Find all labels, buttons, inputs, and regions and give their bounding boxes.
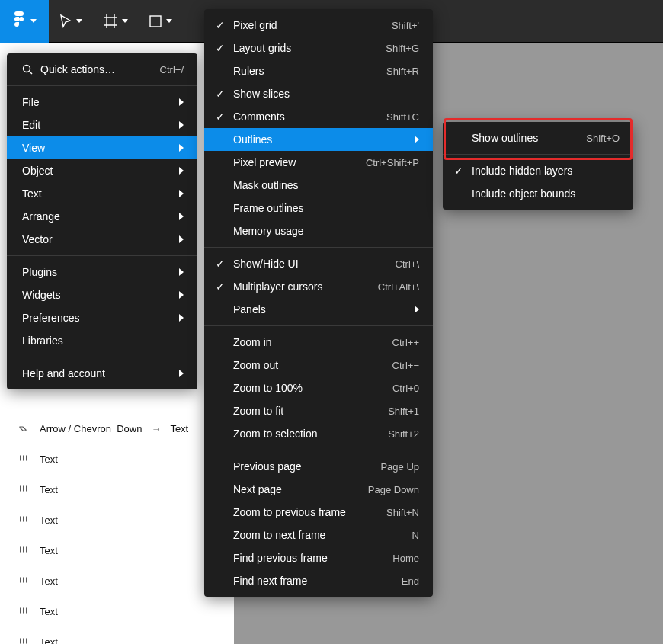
menu-item-shortcut: Shift+1 [388, 405, 419, 417]
move-icon [59, 14, 72, 28]
menu-item-object[interactable]: Object [7, 159, 197, 182]
menu-item-libraries[interactable]: Libraries [7, 329, 197, 352]
menu-item-panels[interactable]: Panels [204, 298, 433, 321]
menu-separator [7, 255, 197, 256]
menu-separator [443, 154, 633, 155]
menu-item-help-and-account[interactable]: Help and account [7, 362, 197, 385]
menu-item-label: File [22, 96, 175, 108]
menu-item-label: Text [22, 187, 175, 200]
menu-item-label: Next page [233, 483, 368, 495]
menu-item-label: Find previous frame [233, 552, 392, 564]
menu-item-zoom-to-next-frame[interactable]: Zoom to next frameN [204, 524, 433, 546]
menu-item-show-slices[interactable]: ✓Show slices [204, 82, 433, 105]
figma-menu-button[interactable] [0, 0, 49, 43]
menu-item-zoom-to-fit[interactable]: Zoom to fitShift+1 [204, 399, 433, 422]
move-tool[interactable] [49, 0, 93, 43]
frame-icon [104, 14, 117, 28]
rectangle-icon [149, 15, 162, 27]
menu-item-show-outlines[interactable]: Show outlinesShift+O [443, 127, 633, 149]
menu-item-text[interactable]: Text [7, 182, 197, 205]
layer-row-component[interactable]: Arrow / Chevron_Down → Text [0, 413, 234, 444]
submenu-arrow-icon [415, 306, 419, 313]
menu-item-find-previous-frame[interactable]: Find previous frameHome [204, 546, 433, 569]
submenu-arrow-icon [179, 370, 184, 377]
menu-item-shortcut: Ctrl+Shift+P [366, 157, 419, 168]
menu-item-label: Zoom out [233, 359, 392, 371]
figma-logo-icon [12, 11, 26, 31]
menu-item-rulers[interactable]: RulersShift+R [204, 59, 433, 82]
menu-item-pixel-grid[interactable]: ✓Pixel gridShift+' [204, 14, 433, 37]
arrow-separator-icon: → [151, 423, 161, 434]
menu-item-zoom-out[interactable]: Zoom outCtrl+− [204, 354, 433, 376]
menu-item-label: Pixel grid [233, 19, 392, 31]
view-submenu: ✓Pixel gridShift+'✓Layout gridsShift+GRu… [204, 9, 433, 597]
text-layer-icon [18, 605, 30, 617]
layer-row[interactable]: Text [0, 535, 234, 566]
layer-row[interactable]: Text [0, 474, 234, 505]
menu-item-multiplayer-cursors[interactable]: ✓Multiplayer cursorsCtrl+Alt+\ [204, 275, 433, 298]
menu-item-pixel-preview[interactable]: Pixel previewCtrl+Shift+P [204, 151, 433, 174]
menu-item-zoom-to-100[interactable]: Zoom to 100%Ctrl+0 [204, 376, 433, 399]
menu-item-label: Show slices [233, 88, 419, 100]
menu-item-mask-outlines[interactable]: Mask outlines [204, 174, 433, 197]
text-layer-icon [18, 483, 30, 495]
layer-row[interactable]: Text [0, 444, 234, 474]
menu-item-label: Help and account [22, 367, 175, 380]
menu-item-arrange[interactable]: Arrange [7, 205, 197, 228]
menu-item-vector[interactable]: Vector [7, 228, 197, 251]
menu-item-outlines[interactable]: Outlines [204, 128, 433, 151]
menu-item-zoom-to-previous-frame[interactable]: Zoom to previous frameShift+N [204, 501, 433, 524]
layer-row[interactable]: Text [0, 566, 234, 596]
menu-item-zoom-in[interactable]: Zoom inCtrl++ [204, 331, 433, 354]
menu-item-label: Layout grids [233, 42, 386, 54]
menu-item-edit[interactable]: Edit [7, 114, 197, 136]
menu-item-layout-grids[interactable]: ✓Layout gridsShift+G [204, 37, 433, 59]
menu-item-label: Previous page [233, 460, 380, 473]
menu-item-label: Memory usage [233, 225, 419, 237]
menu-item-comments[interactable]: ✓CommentsShift+C [204, 105, 433, 128]
menu-item-previous-page[interactable]: Previous pagePage Up [204, 455, 433, 478]
chevron-down-icon [76, 19, 82, 24]
menu-item-label: Mask outlines [233, 179, 419, 191]
menu-item-find-next-frame[interactable]: Find next frameEnd [204, 569, 433, 592]
menu-item-memory-usage[interactable]: Memory usage [204, 219, 433, 242]
menu-separator [204, 325, 433, 326]
menu-item-zoom-to-selection[interactable]: Zoom to selectionShift+2 [204, 422, 433, 445]
menu-item-preferences[interactable]: Preferences [7, 306, 197, 329]
check-icon: ✓ [215, 258, 226, 270]
svg-point-2 [24, 66, 30, 72]
menu-item-file[interactable]: File [7, 91, 197, 114]
menu-item-label: Zoom to next frame [233, 529, 412, 541]
quick-actions-label: Quick actions… [40, 63, 152, 75]
menu-item-label: View [22, 142, 175, 154]
menu-item-shortcut: Ctrl+− [392, 360, 419, 371]
menu-item-plugins[interactable]: Plugins [7, 261, 197, 284]
menu-item-include-object-bounds[interactable]: Include object bounds [443, 182, 633, 205]
layer-row[interactable]: Text [0, 596, 234, 626]
menu-item-label: Object [22, 165, 175, 177]
frame-tool[interactable] [93, 0, 139, 43]
menu-item-label: Include hidden layers [472, 165, 620, 177]
text-layer-icon [18, 514, 30, 526]
menu-item-label: Include object bounds [472, 187, 620, 200]
menu-item-view[interactable]: View [7, 136, 197, 159]
menu-separator [7, 85, 197, 86]
layer-row[interactable]: Text [0, 626, 234, 644]
submenu-arrow-icon [179, 314, 184, 322]
shape-tool[interactable] [139, 0, 183, 43]
menu-item-label: Rulers [233, 65, 386, 77]
submenu-arrow-icon [179, 144, 184, 152]
menu-item-shortcut: Ctrl++ [392, 337, 419, 348]
menu-item-include-hidden-layers[interactable]: ✓Include hidden layers [443, 159, 633, 182]
menu-quick-actions[interactable]: Quick actions… Ctrl+/ [7, 58, 197, 81]
menu-item-next-page[interactable]: Next pagePage Down [204, 478, 433, 501]
menu-item-frame-outlines[interactable]: Frame outlines [204, 197, 433, 219]
submenu-arrow-icon [179, 268, 184, 276]
layer-row[interactable]: Text [0, 505, 234, 535]
menu-item-show-hide-ui[interactable]: ✓Show/Hide UICtrl+\ [204, 252, 433, 275]
menu-item-label: Widgets [22, 289, 175, 301]
chevron-down-icon [30, 19, 37, 24]
chevron-down-icon [122, 19, 128, 24]
menu-item-widgets[interactable]: Widgets [7, 284, 197, 306]
check-icon: ✓ [453, 165, 464, 177]
